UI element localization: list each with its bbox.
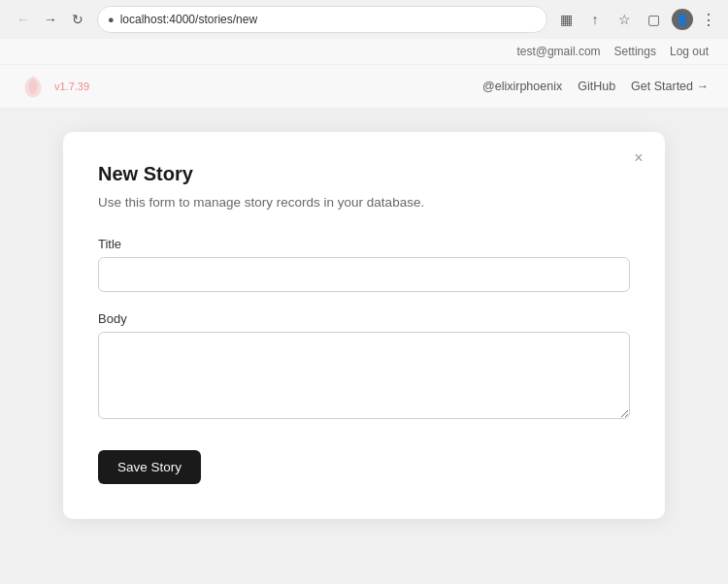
save-story-button[interactable]: Save Story <box>98 450 201 484</box>
logout-link[interactable]: Log out <box>670 45 709 58</box>
page-content: × New Story Use this form to manage stor… <box>0 109 728 580</box>
modal-card: × New Story Use this form to manage stor… <box>63 132 665 519</box>
elixir-phoenix-link[interactable]: @elixirphoenix <box>482 80 562 93</box>
modal-title: New Story <box>98 163 630 185</box>
get-started-link[interactable]: Get Started → <box>631 80 709 93</box>
new-story-form: Title Body Save Story <box>98 237 630 484</box>
menu-dots-icon[interactable]: ⋮ <box>701 11 716 29</box>
title-form-group: Title <box>98 237 630 292</box>
app-header-top: test@gmail.com Settings Log out <box>0 39 728 65</box>
bookmark-icon[interactable]: ☆ <box>613 9 635 30</box>
github-link[interactable]: GitHub <box>578 80 615 93</box>
back-button[interactable]: ← <box>12 8 35 31</box>
settings-link[interactable]: Settings <box>614 45 656 58</box>
title-label: Title <box>98 237 630 251</box>
window-icon[interactable]: ▢ <box>643 9 664 30</box>
avatar[interactable]: 👤 <box>672 9 693 30</box>
browser-actions: ▦ ↑ ☆ ▢ 👤 ⋮ <box>555 9 716 30</box>
forward-button[interactable]: → <box>39 8 62 31</box>
phoenix-logo-icon <box>19 73 47 100</box>
translate-icon[interactable]: ▦ <box>555 9 577 30</box>
reload-button[interactable]: ↻ <box>66 8 89 31</box>
lock-icon: ● <box>108 14 115 25</box>
modal-close-button[interactable]: × <box>628 147 649 169</box>
user-email[interactable]: test@gmail.com <box>516 45 600 58</box>
body-label: Body <box>98 311 630 326</box>
body-textarea[interactable] <box>98 332 630 419</box>
browser-toolbar: ← → ↻ ● localhost:4000/stories/new ▦ ↑ ☆… <box>0 0 728 39</box>
browser-chrome: ← → ↻ ● localhost:4000/stories/new ▦ ↑ ☆… <box>0 0 728 39</box>
address-bar[interactable]: ● localhost:4000/stories/new <box>97 6 547 33</box>
modal-description: Use this form to manage story records in… <box>98 195 630 210</box>
body-form-group: Body <box>98 311 630 423</box>
app-logo: v1.7.39 <box>19 73 89 100</box>
title-input[interactable] <box>98 257 630 292</box>
app-nav: @elixirphoenix GitHub Get Started → <box>482 80 709 93</box>
url-text: localhost:4000/stories/new <box>120 13 257 26</box>
nav-buttons: ← → ↻ <box>12 8 89 31</box>
share-icon[interactable]: ↑ <box>584 9 606 30</box>
app-header-main: v1.7.39 @elixirphoenix GitHub Get Starte… <box>0 65 728 109</box>
version-badge: v1.7.39 <box>54 81 89 92</box>
